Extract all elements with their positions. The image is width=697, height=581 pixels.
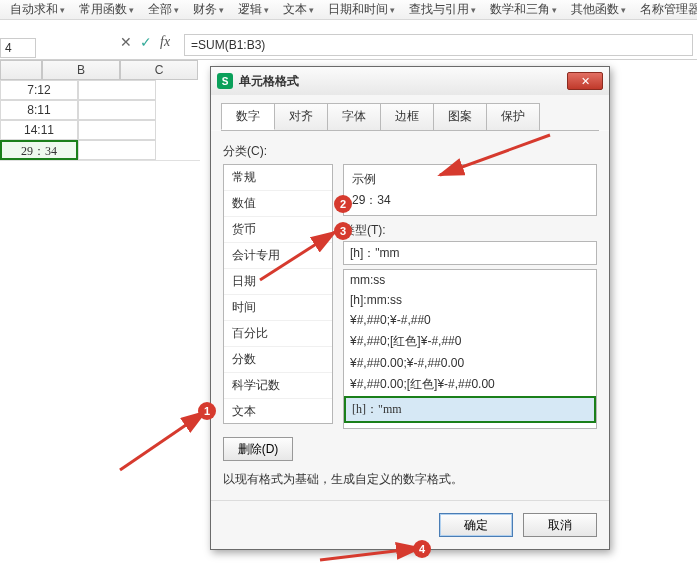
cell-c2[interactable]	[78, 100, 156, 120]
category-general[interactable]: 常规	[224, 165, 332, 191]
format-item-selected[interactable]: [h]："mm	[344, 396, 596, 423]
cell-b3[interactable]: 14:11	[0, 120, 78, 140]
format-item[interactable]: ¥#,##0.00;[红色]¥-#,##0.00	[344, 373, 596, 396]
menu-datetime[interactable]: 日期和时间▾	[322, 0, 401, 20]
cell-format-dialog: S 单元格格式 ✕ 数字 对齐 字体 边框 图案 保护 分类(C): 常规 数值…	[210, 66, 610, 550]
menu-all[interactable]: 全部▾	[142, 0, 185, 20]
delete-button[interactable]: 删除(D)	[223, 437, 293, 461]
menu-lookup[interactable]: 查找与引用▾	[403, 0, 482, 20]
menu-other-fn[interactable]: 其他函数▾	[565, 0, 632, 20]
menu-name-manager[interactable]: 名称管理器	[634, 0, 697, 20]
cell-c1[interactable]	[78, 80, 156, 100]
accept-formula-icon[interactable]: ✓	[140, 34, 152, 50]
menu-financial[interactable]: 财务▾	[187, 0, 230, 20]
dialog-footer: 确定 取消	[211, 500, 609, 549]
example-value: 29：34	[352, 192, 588, 209]
col-header-b[interactable]: B	[42, 60, 120, 80]
category-percent[interactable]: 百分比	[224, 321, 332, 347]
example-box: 示例 29：34	[343, 164, 597, 216]
close-icon[interactable]: ✕	[567, 72, 603, 90]
menu-math[interactable]: 数学和三角▾	[484, 0, 563, 20]
category-time[interactable]: 时间	[224, 295, 332, 321]
format-item[interactable]: ¥#,##0.00;¥-#,##0.00	[344, 353, 596, 373]
tab-protection[interactable]: 保护	[486, 103, 540, 130]
category-date[interactable]: 日期	[224, 269, 332, 295]
app-icon: S	[217, 73, 233, 89]
format-item[interactable]: mm:ss	[344, 270, 596, 290]
type-label: 类型(T):	[343, 222, 597, 239]
menu-logical[interactable]: 逻辑▾	[232, 0, 275, 20]
col-header-c[interactable]: C	[120, 60, 198, 80]
format-item[interactable]: ¥#,##0;¥-#,##0	[344, 310, 596, 330]
dialog-title: 单元格格式	[239, 73, 567, 90]
cell-c3[interactable]	[78, 120, 156, 140]
format-item[interactable]: ¥#,##0;[红色]¥-#,##0	[344, 330, 596, 353]
menu-autosum[interactable]: 自动求和▾	[4, 0, 71, 20]
category-list[interactable]: 常规 数值 货币 会计专用 日期 时间 百分比 分数 科学记数 文本 特殊 自定…	[223, 164, 333, 424]
category-accounting[interactable]: 会计专用	[224, 243, 332, 269]
fx-label[interactable]: fx	[160, 34, 170, 50]
cancel-formula-icon[interactable]: ✕	[120, 34, 132, 50]
empty-grid-area[interactable]	[0, 160, 200, 560]
dialog-titlebar[interactable]: S 单元格格式 ✕	[211, 67, 609, 95]
cell-b4-selected[interactable]: 29：34	[0, 140, 78, 160]
format-item[interactable]: [h]:mm:ss	[344, 290, 596, 310]
category-fraction[interactable]: 分数	[224, 347, 332, 373]
cancel-button[interactable]: 取消	[523, 513, 597, 537]
tab-alignment[interactable]: 对齐	[274, 103, 328, 130]
category-scientific[interactable]: 科学记数	[224, 373, 332, 399]
category-number[interactable]: 数值	[224, 191, 332, 217]
cell-c4[interactable]	[78, 140, 156, 160]
tab-pattern[interactable]: 图案	[433, 103, 487, 130]
category-text[interactable]: 文本	[224, 399, 332, 424]
cell-b2[interactable]: 8:11	[0, 100, 78, 120]
menu-common-fn[interactable]: 常用函数▾	[73, 0, 140, 20]
corner-header[interactable]	[0, 60, 42, 80]
menu-text[interactable]: 文本▾	[277, 0, 320, 20]
dialog-tabs: 数字 对齐 字体 边框 图案 保护	[211, 95, 609, 130]
ok-button[interactable]: 确定	[439, 513, 513, 537]
formula-row: 4 ✕ ✓ fx =SUM(B1:B3)	[0, 20, 697, 60]
tab-font[interactable]: 字体	[327, 103, 381, 130]
format-list[interactable]: mm:ss [h]:mm:ss ¥#,##0;¥-#,##0 ¥#,##0;[红…	[343, 269, 597, 429]
cell-b1[interactable]: 7:12	[0, 80, 78, 100]
formula-menubar: 自动求和▾ 常用函数▾ 全部▾ 财务▾ 逻辑▾ 文本▾ 日期和时间▾ 查找与引用…	[0, 0, 697, 20]
dialog-body: 分类(C): 常规 数值 货币 会计专用 日期 时间 百分比 分数 科学记数 文…	[211, 131, 609, 500]
category-currency[interactable]: 货币	[224, 217, 332, 243]
tab-number[interactable]: 数字	[221, 103, 275, 130]
example-label: 示例	[352, 171, 588, 188]
category-label: 分类(C):	[223, 143, 597, 160]
type-input[interactable]	[343, 241, 597, 265]
name-box[interactable]: 4	[0, 38, 36, 58]
hint-text: 以现有格式为基础，生成自定义的数字格式。	[223, 471, 597, 488]
formula-buttons: ✕ ✓ fx	[120, 34, 170, 50]
spreadsheet-grid: B C 7:12 8:11 14:11 29：34	[0, 60, 200, 560]
formula-input[interactable]: =SUM(B1:B3)	[184, 34, 693, 56]
tab-border[interactable]: 边框	[380, 103, 434, 130]
